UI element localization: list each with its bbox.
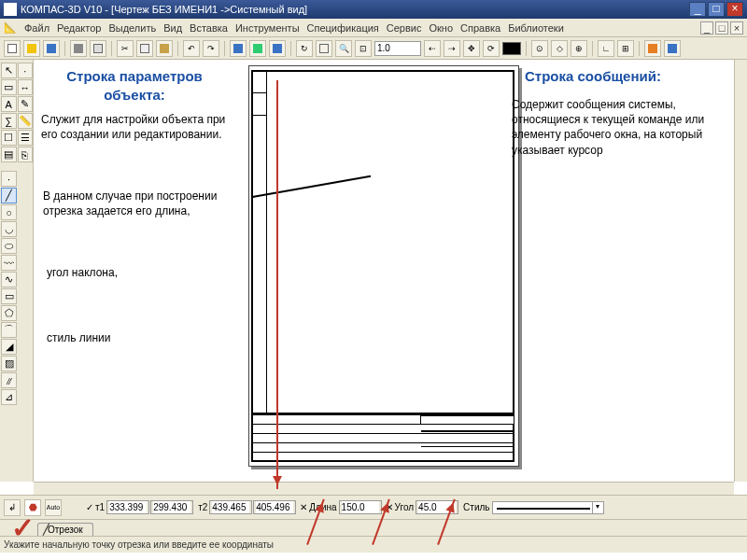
tool-polygon[interactable]: ⬠ xyxy=(1,305,17,321)
callout-right-p1: Содержит сообщения системы, относящиеся … xyxy=(512,97,726,158)
style-dropdown[interactable]: ▾ xyxy=(492,501,604,514)
prop-button[interactable] xyxy=(230,40,247,57)
callout-right-title: Строка сообщений: xyxy=(525,67,721,90)
callout-left-p1: Служит для настройки объекта при его соз… xyxy=(41,112,228,142)
left-toolbox: ↖· ▭↔ A✎ ∑📏 ☐☰ ▤⎘ · ╱ ○ ◡ ⬭ 〰 ∿ ▭ ⬠ ⌒ ◢ … xyxy=(0,60,34,482)
zoom-next-button[interactable]: ⇢ xyxy=(444,40,460,57)
zoom-prev-button[interactable]: ⇠ xyxy=(424,40,441,57)
color-swatch[interactable] xyxy=(502,42,521,55)
tool-ellipse[interactable]: ⬭ xyxy=(1,238,17,254)
ortho-button[interactable]: ∟ xyxy=(598,40,614,57)
menu-tools[interactable]: Инструменты xyxy=(235,22,300,34)
tool-param[interactable]: ∑ xyxy=(1,113,17,129)
zoom-input[interactable]: 1.0 xyxy=(374,41,421,56)
tool-line[interactable]: ╱ xyxy=(1,188,17,203)
tree-button[interactable] xyxy=(269,40,286,57)
field-t2[interactable]: т2 xyxy=(197,500,296,514)
snap-toggle-button[interactable]: ⊕ xyxy=(571,40,587,57)
menu-editor[interactable]: Редактор xyxy=(57,22,101,34)
titlebar: КОМПАС-3D V10 - [Чертеж БЕЗ ИМЕНИ1 ->Сис… xyxy=(0,0,747,19)
rotate-button[interactable]: ⟳ xyxy=(483,40,500,57)
snap-mid-button[interactable]: ◇ xyxy=(551,40,568,57)
doc-restore-button[interactable]: □ xyxy=(715,21,728,35)
cut-button[interactable]: ✂ xyxy=(117,40,134,57)
t1y-input[interactable] xyxy=(153,501,190,513)
tool-measure[interactable]: 📏 xyxy=(18,113,34,129)
grid-button[interactable]: ⊞ xyxy=(617,40,634,57)
tool-equidist[interactable]: ⫽ xyxy=(1,372,17,388)
menu-libs[interactable]: Библиотеки xyxy=(508,22,564,34)
menu-file[interactable]: Файл xyxy=(24,22,49,34)
create-button[interactable]: ↲ xyxy=(4,499,21,516)
t2y-input[interactable] xyxy=(256,501,293,513)
field-t1[interactable]: ✓ т1 xyxy=(86,500,193,514)
paste-button[interactable] xyxy=(156,40,173,57)
vars-button[interactable] xyxy=(249,40,266,57)
spec-button[interactable] xyxy=(664,40,681,57)
tool-arc[interactable]: ◡ xyxy=(1,221,17,237)
stop-button[interactable]: ⬣ xyxy=(24,499,41,516)
tool-point[interactable]: · xyxy=(1,171,17,187)
tool-dim[interactable]: ↔ xyxy=(18,79,34,95)
tool-edit[interactable]: ✎ xyxy=(18,96,34,112)
tool-fillet[interactable]: ⌒ xyxy=(1,322,17,338)
layer-button[interactable] xyxy=(644,40,661,57)
menu-service[interactable]: Сервис xyxy=(387,22,422,34)
tool-rect[interactable]: ▭ xyxy=(1,288,17,304)
print-button[interactable] xyxy=(70,40,87,57)
status-text: Укажите начальную точку отрезка или введ… xyxy=(4,539,274,550)
tool-chamfer[interactable]: ◢ xyxy=(1,339,17,355)
zoom-fit-button[interactable] xyxy=(316,40,332,57)
field-style[interactable]: Стиль ▾ xyxy=(462,501,603,514)
tool-geom[interactable]: ▭ xyxy=(1,79,17,95)
tool-text[interactable]: A xyxy=(1,96,17,112)
save-button[interactable] xyxy=(43,40,60,57)
redo-button[interactable]: ↷ xyxy=(203,40,219,57)
open-button[interactable] xyxy=(23,40,40,57)
menu-spec[interactable]: Спецификация xyxy=(307,22,379,34)
vertical-scrollbar[interactable] xyxy=(734,60,747,482)
tool-hatch[interactable]: ▨ xyxy=(1,356,17,371)
zoom-in-button[interactable]: 🔍 xyxy=(335,40,352,57)
lock-icon[interactable]: ✓ xyxy=(86,502,93,512)
zoom-win-button[interactable]: ⊡ xyxy=(355,40,372,57)
auto-button[interactable]: Auto xyxy=(45,499,62,516)
maximize-button[interactable]: □ xyxy=(708,2,725,17)
callout-left-p4: стиль линии xyxy=(47,330,233,345)
tool-insert[interactable]: ⎘ xyxy=(18,147,34,162)
tool-spec[interactable]: ☰ xyxy=(18,130,34,146)
doc-minimize-button[interactable]: _ xyxy=(700,21,713,35)
callout-left-p3: угол наклона, xyxy=(47,265,233,280)
menu-select[interactable]: Выделить xyxy=(108,22,156,34)
menu-window[interactable]: Окно xyxy=(429,22,453,34)
tool-select[interactable]: ☐ xyxy=(1,130,17,146)
tool-bezier[interactable]: ∿ xyxy=(1,272,17,287)
tool-basis[interactable]: ⊿ xyxy=(1,389,17,405)
undo-button[interactable]: ↶ xyxy=(183,40,200,57)
t1x-input[interactable] xyxy=(109,501,147,513)
preview-button[interactable] xyxy=(90,40,106,57)
tool-selection[interactable]: ↖ xyxy=(1,63,17,78)
t2x-input[interactable] xyxy=(212,501,249,513)
menu-help[interactable]: Справка xyxy=(460,22,500,34)
doc-close-button[interactable]: × xyxy=(730,21,743,35)
refresh-button[interactable]: ↻ xyxy=(296,40,313,57)
tool-circle[interactable]: ○ xyxy=(1,204,17,220)
minimize-button[interactable]: _ xyxy=(689,2,706,17)
tool-aux[interactable]: · xyxy=(18,63,34,78)
new-button[interactable] xyxy=(4,40,21,57)
close-button[interactable]: × xyxy=(726,2,743,17)
pan-button[interactable]: ✥ xyxy=(463,40,480,57)
arrow-dlina xyxy=(276,80,278,489)
horizontal-scrollbar[interactable] xyxy=(34,482,734,495)
snap-point-button[interactable]: ⊙ xyxy=(531,40,548,57)
length-input[interactable] xyxy=(342,501,379,513)
menu-view[interactable]: Вид xyxy=(163,22,182,34)
menu-insert[interactable]: Вставка xyxy=(190,22,228,34)
callout-left-p2: В данном случае при построении отрезка з… xyxy=(43,189,230,218)
copy-button[interactable] xyxy=(136,40,153,57)
tool-spline[interactable]: 〰 xyxy=(1,255,17,271)
tool-report[interactable]: ▤ xyxy=(1,147,17,162)
work-area: ↖· ▭↔ A✎ ∑📏 ☐☰ ▤⎘ · ╱ ○ ◡ ⬭ 〰 ∿ ▭ ⬠ ⌒ ◢ … xyxy=(0,60,747,482)
field-length[interactable]: ✕ Длина xyxy=(300,500,381,514)
